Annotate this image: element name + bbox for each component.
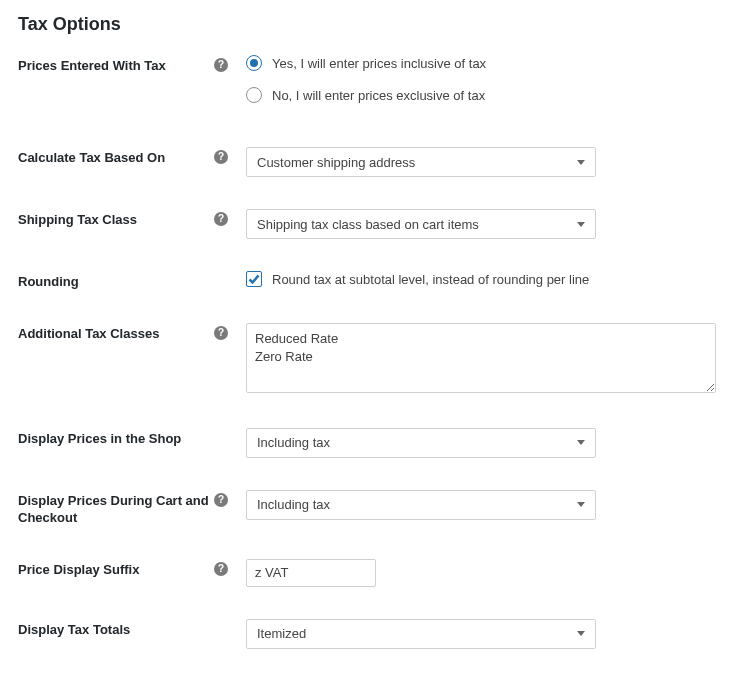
row-additional-tax-classes: Additional Tax Classes ? [18, 323, 727, 396]
select-display-cart[interactable]: Including tax [246, 490, 596, 520]
row-shipping-tax-class: Shipping Tax Class ? Shipping tax class … [18, 209, 727, 239]
chevron-down-icon [577, 502, 585, 507]
label-prices-entered: Prices Entered With Tax [18, 58, 214, 75]
page-heading: Tax Options [18, 14, 727, 35]
select-value: Including tax [257, 497, 330, 512]
row-prices-entered: Prices Entered With Tax ? Yes, I will en… [18, 55, 727, 103]
label-display-shop: Display Prices in the Shop [18, 431, 236, 448]
help-icon[interactable]: ? [214, 212, 228, 226]
label-display-tax-totals: Display Tax Totals [18, 622, 236, 639]
label-display-cart: Display Prices During Cart and Checkout [18, 493, 214, 527]
input-price-suffix[interactable] [246, 559, 376, 587]
select-value: Including tax [257, 435, 330, 450]
label-rounding: Rounding [18, 274, 236, 291]
select-display-tax-totals[interactable]: Itemized [246, 619, 596, 649]
label-shipping-tax-class: Shipping Tax Class [18, 212, 214, 229]
label-calculate-tax: Calculate Tax Based On [18, 150, 214, 167]
help-icon[interactable]: ? [214, 58, 228, 72]
select-shipping-tax-class[interactable]: Shipping tax class based on cart items [246, 209, 596, 239]
row-rounding: Rounding Round tax at subtotal level, in… [18, 271, 727, 291]
chevron-down-icon [577, 440, 585, 445]
radio-exclusive-label: No, I will enter prices exclusive of tax [272, 88, 485, 103]
label-price-suffix: Price Display Suffix [18, 562, 214, 579]
radio-inclusive-label: Yes, I will enter prices inclusive of ta… [272, 56, 486, 71]
help-icon[interactable]: ? [214, 493, 228, 507]
textarea-additional-tax-classes[interactable] [246, 323, 716, 393]
row-display-shop: Display Prices in the Shop Including tax [18, 428, 727, 458]
radio-exclusive[interactable]: No, I will enter prices exclusive of tax [246, 87, 727, 103]
chevron-down-icon [577, 631, 585, 636]
help-icon[interactable]: ? [214, 562, 228, 576]
select-display-shop[interactable]: Including tax [246, 428, 596, 458]
select-value: Customer shipping address [257, 155, 415, 170]
chevron-down-icon [577, 160, 585, 165]
checkbox-rounding-label: Round tax at subtotal level, instead of … [272, 272, 589, 287]
help-icon[interactable]: ? [214, 326, 228, 340]
label-additional-tax-classes: Additional Tax Classes [18, 326, 214, 343]
radio-icon [246, 87, 262, 103]
chevron-down-icon [577, 222, 585, 227]
select-value: Itemized [257, 626, 306, 641]
radio-inclusive[interactable]: Yes, I will enter prices inclusive of ta… [246, 55, 727, 71]
checkbox-rounding[interactable] [246, 271, 262, 287]
select-value: Shipping tax class based on cart items [257, 217, 479, 232]
row-display-tax-totals: Display Tax Totals Itemized [18, 619, 727, 649]
check-icon [248, 273, 260, 285]
select-calculate-tax[interactable]: Customer shipping address [246, 147, 596, 177]
radio-icon [246, 55, 262, 71]
row-display-cart: Display Prices During Cart and Checkout … [18, 490, 727, 527]
row-calculate-tax: Calculate Tax Based On ? Customer shippi… [18, 147, 727, 177]
row-price-suffix: Price Display Suffix ? [18, 559, 727, 587]
help-icon[interactable]: ? [214, 150, 228, 164]
